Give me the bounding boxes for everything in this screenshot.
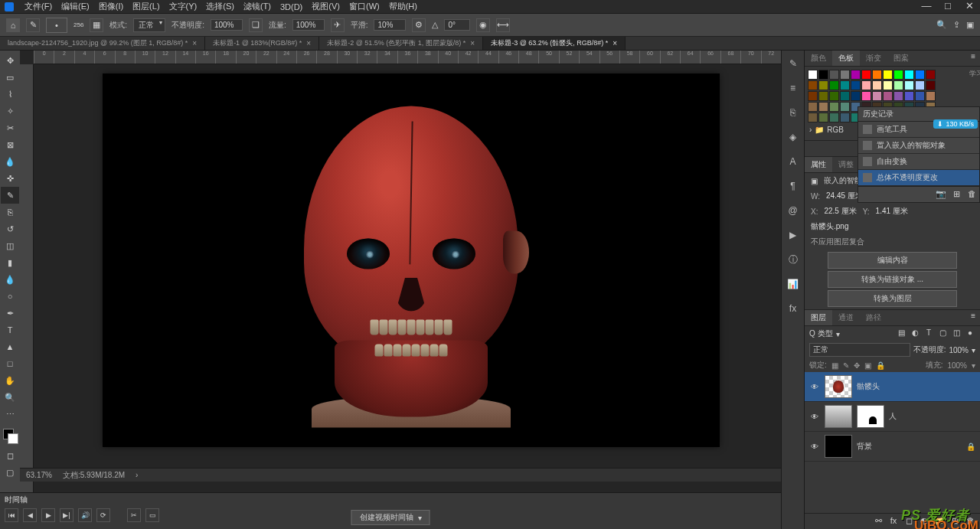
eraser-tool[interactable]: ◫ [1, 237, 19, 254]
foreground-background-colors[interactable] [0, 426, 20, 447]
window-minimize-button[interactable]: — [916, 0, 937, 14]
filter-smartobject-icon[interactable]: ◫ [951, 328, 962, 339]
history-brush-tool[interactable]: ↺ [1, 220, 19, 237]
layer-thumbnail[interactable] [825, 375, 852, 398]
menu-layer[interactable]: 图层(L) [128, 1, 164, 12]
status-arrow-icon[interactable]: › [136, 471, 138, 479]
first-frame-button[interactable]: ⏮ [5, 508, 18, 522]
gradient-tool[interactable]: ▮ [1, 254, 19, 271]
next-frame-button[interactable]: ▶| [60, 508, 74, 522]
menu-window[interactable]: 窗口(W) [345, 1, 384, 12]
frame-tool[interactable]: ⊠ [1, 136, 19, 153]
opacity-input[interactable] [211, 19, 243, 31]
tab-channels[interactable]: 通道 [832, 310, 860, 325]
symmetry-icon[interactable]: ⟷ [496, 18, 510, 32]
panel-menu-icon[interactable]: ≡ [966, 51, 980, 66]
convert-layers-button[interactable]: 转换为图层 [828, 290, 957, 307]
menu-select[interactable]: 选择(S) [201, 1, 239, 12]
spot-heal-tool[interactable]: ✜ [1, 170, 19, 187]
workspace-icon[interactable]: ▣ [966, 20, 974, 30]
share-icon[interactable]: ⇪ [953, 20, 960, 30]
color-swatch[interactable] [808, 91, 818, 101]
flow-input[interactable] [292, 19, 325, 31]
color-swatch[interactable] [872, 80, 882, 90]
lock-pixels-icon[interactable]: ✎ [843, 361, 849, 370]
lock-artboard-icon[interactable]: ▣ [864, 361, 871, 370]
layer-thumbnail[interactable] [825, 405, 852, 428]
color-swatch[interactable] [808, 70, 818, 80]
color-swatch[interactable] [818, 70, 828, 80]
color-swatch[interactable] [915, 80, 925, 90]
chevron-down-icon[interactable]: ▾ [972, 361, 975, 370]
magic-wand-tool[interactable]: ✧ [1, 103, 19, 119]
color-swatch[interactable] [851, 70, 861, 80]
lock-transparent-icon[interactable]: ▦ [831, 361, 838, 370]
visibility-toggle[interactable]: 👁 [809, 411, 820, 422]
dodge-tool[interactable]: ○ [1, 288, 19, 305]
color-swatch[interactable] [883, 70, 893, 80]
layer-style-icon[interactable]: fx [888, 516, 899, 527]
play-button[interactable]: ▶ [41, 508, 55, 522]
color-swatch[interactable] [829, 70, 839, 80]
layer-name[interactable]: 人 [889, 411, 975, 422]
color-swatch[interactable] [893, 91, 903, 101]
color-swatch[interactable] [818, 80, 828, 90]
tab-paths[interactable]: 路径 [860, 310, 887, 325]
filter-adjustment-icon[interactable]: ◐ [910, 328, 920, 339]
lock-all-icon[interactable]: 🔒 [876, 361, 885, 370]
new-layer-icon[interactable]: ⊞ [949, 516, 960, 527]
doc-tab-3[interactable]: 未标题-3 @ 63.2% (骷髅头, RGB/8#) *× [483, 37, 626, 50]
histogram-panel-icon[interactable]: 📊 [785, 276, 802, 292]
ruler-vertical[interactable] [20, 64, 34, 492]
history-item-transform[interactable]: 自由变换 [858, 154, 979, 170]
character-panel-icon[interactable]: A [785, 153, 802, 170]
move-tool[interactable]: ✥ [1, 52, 19, 69]
filter-pixel-icon[interactable]: ▤ [896, 328, 906, 339]
convert-linked-button[interactable]: 转换为链接对象 ... [828, 271, 957, 288]
menu-image[interactable]: 图像(I) [94, 1, 128, 12]
color-swatch[interactable] [904, 91, 914, 101]
layer-name[interactable]: 背景 [857, 441, 962, 452]
lock-position-icon[interactable]: ✥ [854, 361, 860, 370]
panel-menu-icon[interactable]: ≡ [966, 310, 980, 325]
doc-tab-1[interactable]: 未标题-1 @ 183%(RGB/8#) *× [205, 37, 319, 50]
color-swatch[interactable] [808, 113, 818, 122]
angle-input[interactable] [444, 19, 470, 31]
layer-blend-dropdown[interactable]: 正常 [809, 343, 910, 357]
color-swatch[interactable] [872, 70, 882, 80]
airbrush-icon[interactable]: ✈ [331, 18, 345, 32]
glyphs-panel-icon[interactable]: @ [785, 202, 802, 219]
brushes-panel-icon[interactable]: ✎ [785, 55, 802, 72]
doc-size[interactable]: 文档:5.93M/18.2M [63, 470, 125, 481]
create-video-timeline-button[interactable]: 创建视频时间轴▾ [351, 510, 430, 525]
color-swatch[interactable] [851, 91, 861, 101]
layer-item-person[interactable]: 👁 人 [805, 402, 980, 432]
delete-layer-icon[interactable]: 🗑 [965, 516, 975, 527]
x-value[interactable]: 22.5 厘米 [824, 206, 856, 217]
color-swatch[interactable] [840, 80, 850, 90]
color-swatch[interactable] [915, 91, 925, 101]
color-swatch[interactable] [872, 91, 882, 101]
history-item-place[interactable]: 置入嵌入的智能对象 [858, 138, 979, 154]
history-new-doc-icon[interactable]: ⊞ [951, 189, 962, 200]
zoom-level[interactable]: 63.17% [26, 471, 52, 479]
zoom-tool[interactable]: 🔍 [1, 389, 19, 406]
menu-file[interactable]: 文件(F) [20, 1, 57, 12]
styles-panel-icon[interactable]: fx [785, 300, 802, 317]
home-icon[interactable]: ⌂ [6, 18, 20, 32]
blur-tool[interactable]: 💧 [1, 271, 19, 288]
menu-filter[interactable]: 滤镜(T) [239, 1, 276, 12]
color-swatch[interactable] [883, 80, 893, 90]
color-swatch[interactable] [861, 70, 871, 80]
chevron-down-icon[interactable]: ▾ [972, 346, 975, 354]
color-swatch[interactable] [829, 80, 839, 90]
filter-toggle[interactable]: ● [965, 328, 975, 339]
color-swatch[interactable] [840, 91, 850, 101]
tab-gradients[interactable]: 渐变 [860, 51, 887, 66]
tab-adjustments[interactable]: 调整 [832, 157, 860, 172]
color-swatch[interactable] [808, 80, 818, 90]
color-swatch[interactable] [840, 70, 850, 80]
color-swatch[interactable] [893, 70, 903, 80]
canvas-viewport[interactable] [34, 64, 767, 468]
pressure-size-icon[interactable]: ◉ [476, 18, 490, 32]
